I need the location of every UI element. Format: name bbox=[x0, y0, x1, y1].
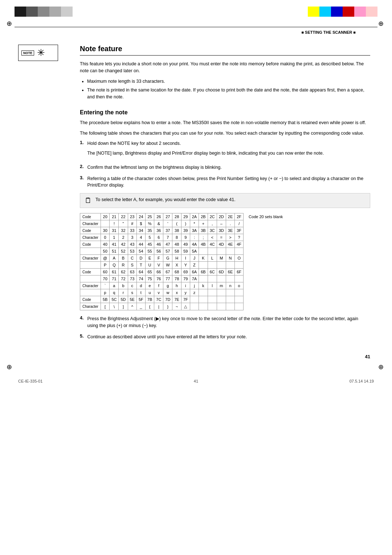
char-e1 bbox=[199, 289, 208, 296]
char-65: e bbox=[145, 282, 154, 289]
content-area: Note feature This feature lets you inclu… bbox=[80, 45, 370, 344]
code-e5 bbox=[235, 276, 244, 282]
note-feature-bullets: Maximum note length is 33 characters. Th… bbox=[87, 78, 370, 101]
code-67: 67 bbox=[163, 269, 172, 276]
char-5b: [ bbox=[101, 303, 109, 310]
char-45: E bbox=[145, 255, 154, 262]
char-68: h bbox=[172, 282, 181, 289]
code-empty-5 bbox=[235, 248, 244, 255]
char-empty-3 bbox=[217, 262, 226, 269]
code-2a: 2A bbox=[190, 213, 199, 220]
code-3c: 3C bbox=[208, 227, 217, 234]
code-e2 bbox=[208, 276, 217, 282]
step-4-text: Press the Brightness Adjustment (▶) key … bbox=[87, 316, 358, 328]
note-sun-icon: ✳ bbox=[37, 47, 45, 58]
table-note-5 bbox=[244, 296, 285, 303]
code-4d: 4D bbox=[217, 241, 226, 248]
step-3: 3. Referring a table of the character co… bbox=[80, 175, 370, 189]
table-row-code-2: Code 30 31 32 33 34 35 36 37 38 39 3A 3B… bbox=[80, 227, 285, 234]
table-note-char2 bbox=[244, 234, 285, 241]
table-label-code5: Code bbox=[80, 296, 101, 303]
char-20 bbox=[101, 220, 109, 227]
char-25: % bbox=[145, 220, 154, 227]
code-23: 23 bbox=[128, 213, 136, 220]
swatch-pink bbox=[354, 7, 366, 17]
char-71: q bbox=[110, 289, 119, 296]
code-35: 35 bbox=[145, 227, 154, 234]
step-1: 1. Hold down the NOTE key for about 2 se… bbox=[80, 140, 370, 160]
code-29: 29 bbox=[181, 213, 190, 220]
code-41: 41 bbox=[110, 241, 119, 248]
code-32: 32 bbox=[119, 227, 128, 234]
code-68: 68 bbox=[172, 269, 181, 276]
table-row-code-1: Code 20 21 22 23 24 25 26 27 28 29 2A 2B… bbox=[80, 213, 285, 220]
char-22: " bbox=[119, 220, 128, 227]
code-50: 50 bbox=[101, 248, 109, 255]
code-66: 66 bbox=[154, 269, 163, 276]
char-f5 bbox=[226, 303, 234, 310]
bullet-1: Maximum note length is 33 characters. bbox=[87, 78, 370, 85]
code-64: 64 bbox=[136, 269, 145, 276]
code-6f: 6F bbox=[235, 269, 244, 276]
char-3a: : bbox=[190, 234, 199, 241]
code-3d: 3D bbox=[217, 227, 226, 234]
char-69: i bbox=[181, 282, 190, 289]
code-6e: 6E bbox=[226, 269, 234, 276]
char-7a: z bbox=[190, 289, 199, 296]
code-70: 70 bbox=[101, 276, 109, 282]
char-77: w bbox=[163, 289, 172, 296]
table-row-code-4: Code 60 61 62 63 64 65 66 67 68 69 6A 6B… bbox=[80, 269, 285, 276]
char-58: X bbox=[172, 262, 181, 269]
table-row-code-3: Code 40 41 42 43 44 45 46 47 48 49 4A 4B… bbox=[80, 241, 285, 248]
step-1-text: Hold down the NOTE key for about 2 secon… bbox=[87, 141, 181, 146]
swatch-light-gray bbox=[49, 7, 61, 17]
code-f4 bbox=[217, 296, 226, 303]
code-31: 31 bbox=[110, 227, 119, 234]
code-e1 bbox=[199, 276, 208, 282]
char-37: 7 bbox=[163, 234, 172, 241]
table-label-char1: Character bbox=[80, 220, 101, 227]
entering-note-para2: The following table shows the characters… bbox=[80, 130, 370, 137]
left-sidebar: NOTE ✳ bbox=[18, 45, 69, 344]
char-63: c bbox=[128, 282, 136, 289]
table-label-code4b bbox=[80, 276, 101, 282]
code-2f: 2F bbox=[235, 213, 244, 220]
header-bar bbox=[0, 0, 392, 17]
tip-icon: 🗒 bbox=[85, 196, 92, 205]
swatch-blue bbox=[331, 7, 343, 17]
reg-mark-top-right bbox=[378, 20, 385, 27]
char-47: G bbox=[163, 255, 172, 262]
char-40: @ bbox=[101, 255, 109, 262]
step-2: 2. Confirm that the leftmost lamp on the… bbox=[80, 164, 370, 171]
swatch-yellow bbox=[308, 7, 319, 17]
footer: CE-IE-335-01 41 07.5.14 14.19 bbox=[0, 374, 392, 388]
char-6e: n bbox=[226, 282, 234, 289]
page-num-text: 41 bbox=[365, 354, 370, 359]
char-50: P bbox=[101, 262, 109, 269]
char-62: b bbox=[119, 282, 128, 289]
code-34: 34 bbox=[136, 227, 145, 234]
swatch-red bbox=[343, 7, 354, 17]
table-note-char3 bbox=[244, 255, 285, 262]
char-29: ) bbox=[181, 220, 190, 227]
char-4e: N bbox=[226, 255, 234, 262]
char-2c: , bbox=[208, 220, 217, 227]
step-1-num: 1. bbox=[80, 140, 83, 160]
table-label-code1: Code bbox=[80, 213, 101, 220]
step-3-content: Referring a table of the character codes… bbox=[87, 175, 370, 189]
code-20: 20 bbox=[101, 213, 109, 220]
table-note-4 bbox=[244, 269, 285, 276]
code-5c: 5C bbox=[110, 296, 119, 303]
tip-box: 🗒 To select the letter A, for example, y… bbox=[80, 193, 370, 208]
code-26: 26 bbox=[154, 213, 163, 220]
char-5e: ^ bbox=[128, 303, 136, 310]
code-empty-2 bbox=[208, 248, 217, 255]
char-e2 bbox=[208, 289, 217, 296]
code-3e: 3E bbox=[226, 227, 234, 234]
code-6b: 6B bbox=[199, 269, 208, 276]
code-3b: 3B bbox=[199, 227, 208, 234]
table-row-code-3b: 50 51 52 53 54 55 56 57 58 59 5A bbox=[80, 248, 285, 255]
char-66: f bbox=[154, 282, 163, 289]
char-44: D bbox=[136, 255, 145, 262]
table-row-char-3: Character @ A B C D E F G H I J K L M N bbox=[80, 255, 285, 262]
